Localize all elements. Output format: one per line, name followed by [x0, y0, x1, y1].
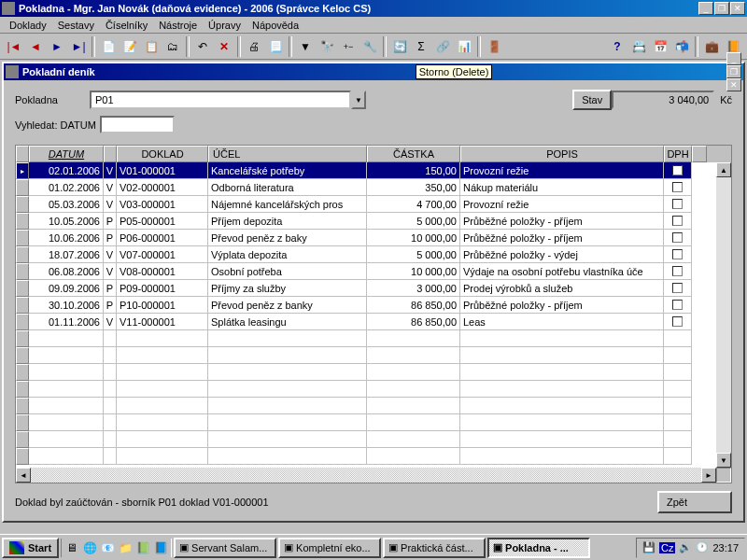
col-datum[interactable]: DATUM: [29, 146, 104, 162]
taskbar-task[interactable]: ▣Pokladna - ...: [487, 538, 590, 558]
dph-checkbox[interactable]: [672, 232, 683, 243]
ql-ie-icon[interactable]: 🌐: [81, 539, 98, 557]
tray-clock-icon[interactable]: 🕐: [696, 541, 709, 553]
table-row[interactable]: ▸02.01.2006VV01-000001Kancelářské potřeb…: [16, 162, 731, 179]
table-row[interactable]: 10.06.2006PP06-000001Převod peněz z baky…: [16, 230, 731, 246]
chart-icon[interactable]: 📊: [454, 36, 474, 57]
dph-checkbox[interactable]: [672, 199, 683, 209]
close-button[interactable]: ✕: [730, 2, 745, 15]
tool-c-icon[interactable]: 📬: [671, 36, 692, 57]
help-icon[interactable]: ?: [607, 36, 627, 57]
sub-minimize-button[interactable]: _: [726, 52, 741, 65]
ql-app3-icon[interactable]: 📘: [152, 539, 169, 557]
horizontal-scrollbar[interactable]: ◄ ►: [16, 468, 731, 483]
dph-checkbox[interactable]: [672, 300, 683, 310]
table-row[interactable]: 30.10.2006PP10-000001Převod peněz z bank…: [16, 297, 731, 314]
pokladna-combo[interactable]: ▼: [90, 91, 366, 109]
nav-next-icon[interactable]: ►: [47, 36, 67, 57]
table-row[interactable]: [16, 414, 731, 431]
table-row[interactable]: 05.03.2006VV03-000001Nájemné kancelářský…: [16, 196, 731, 213]
nav-first-icon[interactable]: |◄: [4, 36, 24, 57]
dph-checkbox[interactable]: [672, 266, 683, 276]
col-castka[interactable]: ČÁSTKA: [367, 146, 460, 162]
sigma-icon[interactable]: Σ: [411, 36, 431, 57]
ql-app1-icon[interactable]: 📁: [117, 539, 134, 557]
copy-icon[interactable]: 📋: [141, 36, 162, 57]
nav-last-icon[interactable]: ►|: [68, 36, 89, 57]
scroll-up-icon[interactable]: ▲: [716, 162, 731, 177]
grid-body[interactable]: ▸02.01.2006VV01-000001Kancelářské potřeb…: [16, 162, 731, 468]
table-row[interactable]: [16, 448, 731, 465]
funnel-icon[interactable]: ▼: [295, 36, 316, 57]
taskbar-task[interactable]: ▣Kompletní eko...: [278, 538, 381, 558]
back-button[interactable]: Zpět: [657, 491, 732, 513]
col-doklad[interactable]: DOKLAD: [117, 146, 208, 162]
minimize-button[interactable]: _: [698, 2, 713, 15]
table-row[interactable]: [16, 347, 731, 364]
tool-a-icon[interactable]: 📇: [628, 36, 649, 57]
menu-nastroje[interactable]: Nástroje: [153, 19, 203, 32]
col-dph[interactable]: DPH: [664, 146, 692, 162]
start-button[interactable]: Start: [2, 538, 59, 558]
dph-checkbox[interactable]: [672, 165, 683, 175]
language-indicator[interactable]: Cz: [659, 542, 675, 553]
menu-upravy[interactable]: Úpravy: [203, 19, 247, 32]
table-row[interactable]: 09.09.2006PP09-000001Příjmy za služby3 0…: [16, 280, 731, 297]
table-row[interactable]: 01.11.2006VV11-000001Splátka leasingu86 …: [16, 314, 731, 330]
link-icon[interactable]: 🔗: [432, 36, 453, 57]
taskbar-task[interactable]: ▣Praktická část...: [383, 538, 486, 558]
tool-b-icon[interactable]: 📅: [650, 36, 670, 57]
scroll-down-icon[interactable]: ▼: [716, 453, 731, 468]
refresh-icon[interactable]: 🔄: [389, 36, 410, 57]
table-row[interactable]: [16, 431, 731, 448]
new-doc-icon[interactable]: 📄: [98, 36, 119, 57]
dph-checkbox[interactable]: [672, 216, 683, 226]
binoculars-icon[interactable]: 🔭: [317, 36, 337, 57]
table-row[interactable]: [16, 364, 731, 381]
tray-volume-icon[interactable]: 🔊: [679, 541, 692, 553]
plus-minus-icon[interactable]: +−: [338, 36, 359, 57]
ql-outlook-icon[interactable]: 📧: [99, 539, 116, 557]
table-row[interactable]: 06.08.2006VV08-000001Osobní potřeba10 00…: [16, 263, 731, 280]
search-input[interactable]: [100, 116, 175, 133]
scroll-left-icon[interactable]: ◄: [16, 468, 31, 483]
combo-dropdown-icon[interactable]: ▼: [351, 91, 366, 109]
menu-ciselniky[interactable]: Číselníky: [100, 19, 153, 32]
col-ucel[interactable]: ÚČEL: [208, 146, 367, 162]
pokladna-input[interactable]: [90, 91, 351, 109]
tray-app-icon[interactable]: 💾: [642, 541, 655, 553]
dph-checkbox[interactable]: [672, 316, 683, 327]
table-row[interactable]: [16, 381, 731, 398]
print-icon[interactable]: 🖨: [244, 36, 264, 57]
nav-prev-icon[interactable]: ◄: [25, 36, 46, 57]
ql-desktop-icon[interactable]: 🖥: [63, 539, 80, 557]
dph-checkbox[interactable]: [672, 249, 683, 259]
table-row[interactable]: 18.07.2006VV07-000001Výplata depozita5 0…: [16, 246, 731, 263]
delete-icon[interactable]: ✕: [214, 36, 234, 57]
vertical-scrollbar[interactable]: ▲ ▼: [716, 162, 731, 468]
tool-d-icon[interactable]: 💼: [701, 36, 722, 57]
wrench-icon[interactable]: 🔧: [359, 36, 380, 57]
menu-napoveda[interactable]: Nápověda: [247, 19, 304, 32]
details-icon[interactable]: 🗂: [162, 36, 183, 57]
preview-icon[interactable]: 📃: [265, 36, 286, 57]
menu-doklady[interactable]: Doklady: [4, 19, 52, 32]
ql-app2-icon[interactable]: 📗: [134, 539, 151, 557]
scroll-right-icon[interactable]: ►: [701, 468, 716, 483]
col-popis[interactable]: POPIS: [460, 146, 664, 162]
table-row[interactable]: [16, 398, 731, 414]
dph-checkbox[interactable]: [672, 182, 683, 192]
stav-button[interactable]: Stav: [572, 90, 612, 110]
undo-icon[interactable]: ↶: [192, 36, 213, 57]
table-row[interactable]: 01.02.2006VV02-000001Odborná literatura3…: [16, 179, 731, 196]
edit-icon[interactable]: 📝: [120, 36, 140, 57]
table-row[interactable]: 10.05.2006PP05-000001Příjem depozita5 00…: [16, 213, 731, 230]
dph-checkbox[interactable]: [672, 283, 683, 293]
menu-sestavy[interactable]: Sestavy: [52, 19, 100, 32]
col-typ[interactable]: [104, 146, 117, 162]
table-row[interactable]: [16, 330, 731, 347]
sub-maximize-button[interactable]: ❐: [726, 65, 741, 78]
taskbar-task[interactable]: ▣Servant Salam...: [174, 538, 276, 558]
exit-icon[interactable]: 🚪: [484, 36, 504, 57]
maximize-button[interactable]: ❐: [714, 2, 729, 15]
